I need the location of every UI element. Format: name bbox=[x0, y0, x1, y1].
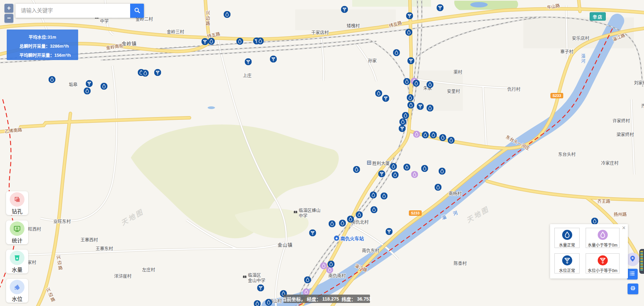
basemap-globe-button[interactable] bbox=[628, 284, 638, 294]
map-marker-water-quantity-normal[interactable] bbox=[427, 105, 434, 112]
sidebar-item-quantity[interactable]: 水量 bbox=[6, 250, 28, 273]
map-marker-water-quantity-normal[interactable] bbox=[439, 168, 446, 175]
map-marker-water-quantity-normal[interactable] bbox=[84, 88, 91, 95]
stat-average-water-level: 平均水位:31m bbox=[7, 33, 78, 42]
map-marker-water-level-normal[interactable] bbox=[386, 228, 393, 235]
layer-list-button[interactable] bbox=[627, 269, 638, 279]
school-icon bbox=[293, 210, 298, 216]
map-marker-water-level-normal[interactable] bbox=[408, 57, 415, 64]
map-marker-water-quantity-normal[interactable] bbox=[435, 184, 442, 191]
map-marker-water-quantity-normal[interactable] bbox=[224, 11, 231, 18]
map-label: 垢皋 bbox=[69, 82, 77, 87]
map-marker-water-quantity-normal[interactable] bbox=[448, 137, 455, 144]
legend-panel: × 水量正常水量小于等于0m水位正常水位小于等于0m bbox=[550, 224, 628, 278]
sidebar: 钻孔统计水量水位 bbox=[6, 191, 28, 306]
search-button[interactable] bbox=[130, 4, 144, 18]
map-marker-water-quantity-normal[interactable] bbox=[265, 299, 272, 306]
status-prefix: 当前坐标， bbox=[282, 296, 306, 302]
search-icon bbox=[134, 7, 141, 15]
close-icon[interactable]: × bbox=[622, 225, 626, 231]
map-marker-water-quantity-normal[interactable] bbox=[430, 132, 437, 139]
map-marker-water-quantity-normal[interactable] bbox=[236, 38, 244, 45]
map-marker-water-quantity-normal[interactable] bbox=[402, 112, 409, 119]
sidebar-item-stats[interactable]: 统计 bbox=[6, 220, 28, 244]
zoom-in-button[interactable]: + bbox=[4, 4, 13, 13]
map-marker-water-level-normal[interactable] bbox=[86, 80, 93, 87]
map-marker-water-quantity-normal[interactable] bbox=[371, 206, 378, 213]
sidebar-item-drill[interactable]: 钻孔 bbox=[6, 191, 28, 215]
cup-drop-icon bbox=[10, 251, 24, 265]
map-label: 渠村 bbox=[453, 69, 462, 75]
map-label: 金山镇 bbox=[278, 242, 293, 248]
map-marker-water-quantity-normal[interactable] bbox=[254, 300, 261, 306]
coordinate-status-bar: 当前坐标， 经度：118.275 纬度：36.753 bbox=[283, 295, 370, 303]
map-marker-water-quantity-normal[interactable] bbox=[408, 102, 415, 109]
map-marker-water-quantity-normal[interactable] bbox=[404, 78, 411, 85]
map-marker-water-quantity-normal[interactable] bbox=[142, 70, 149, 77]
drop-icon bbox=[555, 230, 579, 241]
map-marker-water-quantity-normal[interactable] bbox=[413, 80, 420, 87]
map-marker-water-quantity-normal[interactable] bbox=[49, 76, 56, 83]
panel-stripes bbox=[640, 251, 643, 270]
map-marker-water-quantity-normal[interactable] bbox=[375, 90, 382, 97]
map-marker-water-quantity-low[interactable] bbox=[411, 171, 418, 178]
map-marker-water-quantity-normal[interactable] bbox=[328, 261, 335, 268]
map-marker-water-level-normal[interactable] bbox=[341, 6, 348, 13]
map-marker-water-level-normal[interactable] bbox=[245, 58, 252, 65]
map-marker-water-level-normal[interactable] bbox=[399, 125, 406, 132]
map-marker-water-quantity-normal[interactable] bbox=[101, 83, 108, 90]
map-marker-water-quantity-normal[interactable] bbox=[257, 38, 264, 45]
map-marker-water-quantity-normal[interactable] bbox=[370, 192, 377, 199]
location-pin-button[interactable] bbox=[626, 253, 639, 266]
map-marker-water-level-normal[interactable] bbox=[154, 69, 161, 76]
map-marker-water-quantity-normal[interactable] bbox=[392, 171, 399, 178]
map-marker-water-quantity-normal[interactable] bbox=[347, 216, 354, 223]
map-marker-water-quantity-normal[interactable] bbox=[399, 118, 407, 125]
pond bbox=[208, 106, 215, 109]
map-marker-water-quantity-normal[interactable] bbox=[381, 193, 388, 200]
map-marker-water-level-normal[interactable] bbox=[257, 285, 264, 292]
search-bar bbox=[15, 4, 144, 18]
map-marker-water-quantity-normal[interactable] bbox=[591, 218, 598, 225]
map-marker-water-quantity-normal[interactable] bbox=[439, 134, 446, 141]
map-marker-water-level-normal[interactable] bbox=[270, 56, 277, 63]
map-marker-water-quantity-normal[interactable] bbox=[353, 166, 360, 173]
green-area bbox=[352, 0, 431, 7]
funnel-icon bbox=[555, 255, 579, 267]
zoom-out-button[interactable]: − bbox=[4, 14, 13, 23]
map-marker-water-quantity-normal[interactable] bbox=[407, 94, 414, 101]
map-label: 南杨村 bbox=[448, 191, 462, 196]
map-marker-water-level-normal[interactable] bbox=[309, 230, 316, 237]
map-marker-water-quantity-normal[interactable] bbox=[421, 165, 428, 172]
map-marker-water-level-normal[interactable] bbox=[202, 38, 209, 45]
map-marker-water-quantity-normal[interactable] bbox=[356, 211, 363, 218]
legend-item: 水位小于等于0m bbox=[586, 253, 620, 273]
map-marker-water-quantity-low[interactable] bbox=[413, 131, 420, 138]
map-marker-water-quantity-normal[interactable] bbox=[393, 49, 400, 56]
map-marker-water-level-normal[interactable] bbox=[378, 170, 385, 177]
map-marker-water-quantity-normal[interactable] bbox=[422, 132, 429, 139]
map-marker-water-quantity-normal[interactable] bbox=[339, 220, 346, 227]
map-marker-water-quantity-normal[interactable] bbox=[406, 29, 413, 36]
monitor-icon bbox=[10, 221, 24, 236]
map-marker-water-quantity-normal[interactable] bbox=[427, 81, 434, 88]
status-lat-label: 纬度： bbox=[342, 296, 356, 302]
map-label: 业旺东村 bbox=[53, 219, 71, 224]
collapsed-panel-handle[interactable] bbox=[639, 249, 644, 274]
map-marker-water-level-normal[interactable] bbox=[382, 95, 389, 102]
map-zoom-control: + − bbox=[4, 4, 13, 24]
map-label: 孙家 bbox=[368, 58, 377, 63]
search-input[interactable] bbox=[15, 4, 130, 18]
map-marker-water-level-normal[interactable] bbox=[437, 4, 444, 11]
map-marker-water-level-normal[interactable] bbox=[417, 103, 424, 110]
map-marker-water-level-normal[interactable] bbox=[406, 12, 413, 19]
map-marker-water-quantity-normal[interactable] bbox=[208, 38, 215, 45]
map-marker-water-quantity-normal[interactable] bbox=[304, 276, 311, 284]
map-canvas[interactable] bbox=[0, 0, 644, 306]
map-marker-water-quantity-normal[interactable] bbox=[390, 163, 397, 170]
river-label: 淄河 bbox=[580, 54, 585, 64]
map-marker-water-quantity-normal[interactable] bbox=[404, 164, 411, 171]
map-marker-water-quantity-normal[interactable] bbox=[329, 220, 336, 227]
sidebar-item-level[interactable]: 水位 bbox=[6, 279, 28, 303]
road-number-badge: S233 bbox=[550, 93, 563, 98]
